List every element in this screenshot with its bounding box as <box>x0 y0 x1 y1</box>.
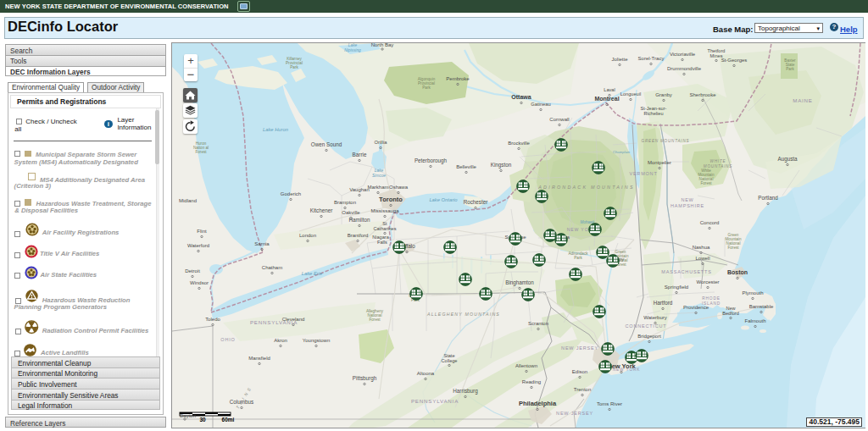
svg-text:Lake Erie: Lake Erie <box>302 271 323 276</box>
svg-text:Augusta: Augusta <box>777 156 798 163</box>
svg-text:Sorel-Tracy: Sorel-Tracy <box>638 56 665 61</box>
svg-text:Lake Huron: Lake Huron <box>263 127 288 132</box>
svg-text:Longueuil: Longueuil <box>620 91 641 97</box>
svg-text:Champlain: Champlain <box>613 150 631 154</box>
svg-text:Toms River: Toms River <box>597 401 622 406</box>
svg-text:Binghamton: Binghamton <box>505 279 534 286</box>
svg-text:Vaughan: Vaughan <box>349 187 370 192</box>
svg-text:Belleville: Belleville <box>456 164 476 169</box>
svg-text:ADIRONDACK MOUNTAINS: ADIRONDACK MOUNTAINS <box>537 185 634 190</box>
svg-text:Pittsburgh: Pittsburgh <box>353 375 377 382</box>
svg-text:MASSACHUSETTS: MASSACHUSETTS <box>661 269 711 274</box>
svg-text:Forest: Forest <box>727 246 739 250</box>
svg-text:Harrisburg: Harrisburg <box>453 388 478 395</box>
svg-text:College: College <box>442 358 458 363</box>
svg-text:Bedford: Bedford <box>722 311 739 316</box>
svg-text:Boston: Boston <box>727 269 748 275</box>
svg-text:Orillia: Orillia <box>375 140 388 145</box>
svg-text:CONNECTICUT: CONNECTICUT <box>626 323 667 329</box>
svg-text:Goderich: Goderich <box>281 191 301 196</box>
svg-text:PENNSYLVANIA: PENNSYLVANIA <box>250 319 298 325</box>
svg-text:Peterborough: Peterborough <box>415 157 448 164</box>
svg-text:Joliette: Joliette <box>611 57 628 62</box>
svg-text:Hartford: Hartford <box>654 300 673 306</box>
svg-text:Allentown: Allentown <box>515 363 537 368</box>
svg-text:Edison: Edison <box>572 369 587 374</box>
svg-text:HAMPSHIRE: HAMPSHIRE <box>670 203 704 208</box>
svg-text:Lake Ontario: Lake Ontario <box>429 197 458 202</box>
svg-text:Bridgeport: Bridgeport <box>637 334 661 339</box>
svg-text:Laval: Laval <box>604 87 615 92</box>
svg-text:Springfield: Springfield <box>665 285 688 290</box>
svg-text:Park: Park <box>574 256 582 260</box>
svg-text:Park: Park <box>422 86 431 90</box>
svg-text:Dayton: Dayton <box>180 413 196 418</box>
svg-text:Youngstown: Youngstown <box>303 338 330 343</box>
svg-text:30: 30 <box>199 417 206 423</box>
svg-text:Rochester: Rochester <box>464 199 488 205</box>
svg-text:Barnstable: Barnstable <box>749 304 774 309</box>
svg-text:St-Georges: St-Georges <box>721 58 748 63</box>
svg-text:ISLAND: ISLAND <box>702 301 721 306</box>
svg-text:Brampton: Brampton <box>334 200 356 205</box>
svg-text:Simcoe: Simcoe <box>372 174 386 178</box>
svg-text:Pembroke: Pembroke <box>446 76 470 81</box>
svg-text:Mississauga: Mississauga <box>370 208 399 213</box>
svg-text:Waterford: Waterford <box>187 243 209 248</box>
svg-text:Kitchener: Kitchener <box>310 207 333 213</box>
svg-text:Worcester: Worcester <box>696 279 719 285</box>
svg-text:Forest: Forest <box>195 150 207 154</box>
svg-text:Sarnia: Sarnia <box>254 241 270 246</box>
svg-text:NEW JERSEY: NEW JERSEY <box>556 411 593 416</box>
svg-text:Oshawa: Oshawa <box>389 185 409 190</box>
svg-text:Toronto: Toronto <box>379 196 403 203</box>
svg-text:Concord: Concord <box>700 220 720 225</box>
svg-text:Sherbrooke: Sherbrooke <box>689 92 716 97</box>
svg-text:Montreal: Montreal <box>594 96 619 102</box>
svg-text:Oakville: Oakville <box>342 210 360 215</box>
svg-text:Gatineau: Gatineau <box>531 102 551 107</box>
svg-text:Falls: Falls <box>377 240 387 245</box>
svg-text:Victoriaville: Victoriaville <box>670 52 696 57</box>
svg-text:Lake: Lake <box>348 43 358 47</box>
svg-text:Hamilton: Hamilton <box>349 217 370 223</box>
svg-text:VERMONT: VERMONT <box>629 171 657 176</box>
svg-text:Nashua: Nashua <box>693 245 710 250</box>
svg-text:MAINE: MAINE <box>793 97 813 103</box>
svg-text:Falmouth: Falmouth <box>744 318 765 323</box>
svg-text:Drummondville: Drummondville <box>667 66 702 71</box>
svg-text:Scranton: Scranton <box>528 321 548 326</box>
svg-text:WHITE: WHITE <box>710 159 726 163</box>
svg-text:Chatham: Chatham <box>262 265 282 270</box>
svg-text:NEW: NEW <box>681 197 693 202</box>
svg-text:Park: Park <box>786 67 794 71</box>
svg-text:North Bay: North Bay <box>371 43 394 47</box>
svg-text:Kingston: Kingston <box>491 162 512 169</box>
svg-text:Montpelier: Montpelier <box>648 160 671 165</box>
svg-text:Nipissing: Nipissing <box>344 48 361 52</box>
svg-text:Forest: Forest <box>369 318 381 322</box>
svg-text:Brantford: Brantford <box>348 233 369 238</box>
svg-text:Catharines: Catharines <box>373 226 396 231</box>
svg-text:Akron: Akron <box>274 338 287 343</box>
svg-text:London: London <box>299 233 316 238</box>
svg-text:Reading: Reading <box>522 379 541 384</box>
svg-text:Forest: Forest <box>700 181 712 185</box>
svg-text:Ottawa: Ottawa <box>511 94 531 100</box>
svg-text:GREEN MOUNTAINS: GREEN MOUNTAINS <box>642 139 690 143</box>
svg-text:Markham: Markham <box>367 185 388 190</box>
svg-text:Philadelphia: Philadelphia <box>519 400 557 407</box>
svg-text:Granby: Granby <box>655 92 672 97</box>
svg-text:NEW YORK: NEW YORK <box>613 367 640 372</box>
svg-text:Plymouth: Plymouth <box>742 290 763 296</box>
svg-text:Toledo: Toledo <box>205 317 220 322</box>
svg-text:Altoona: Altoona <box>417 371 435 376</box>
svg-text:Cornwall: Cornwall <box>549 117 569 122</box>
svg-text:Owen Sound: Owen Sound <box>311 141 342 147</box>
svg-text:Detroit: Detroit <box>185 268 200 274</box>
svg-text:Trenton: Trenton <box>574 387 591 392</box>
svg-text:Park: Park <box>290 65 298 69</box>
svg-text:RHODE: RHODE <box>702 296 720 301</box>
svg-text:Barrie: Barrie <box>353 152 367 157</box>
svg-text:Mansfield: Mansfield <box>248 356 270 361</box>
